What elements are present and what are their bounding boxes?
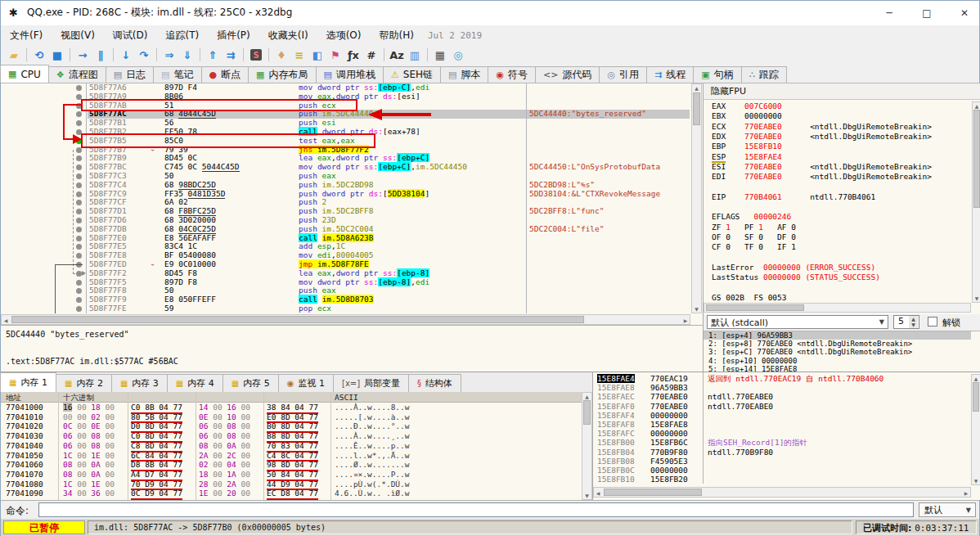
tab-内存 5[interactable]: ▦内存 5 bbox=[223, 374, 279, 392]
row-dot[interactable] bbox=[76, 200, 82, 205]
functions-icon[interactable]: ƒx bbox=[344, 47, 362, 63]
stack-row[interactable]: 15E8FAE4770EAC19返回到 ntdll.770EAC19 自 ntd… bbox=[593, 374, 969, 383]
argument-row[interactable]: 3: [esp+C] 770EABE0 <ntdll.DbgUiRemoteBr… bbox=[704, 348, 971, 356]
disasm-row[interactable]: 5D8F77DB68 04C0C25Dpush im.5DC2C0045DC2C… bbox=[1, 225, 690, 234]
stepper-arrows-icon[interactable]: ▲▼ bbox=[909, 316, 918, 328]
run-to-user-code-icon[interactable]: ⇒ bbox=[160, 47, 178, 63]
stack-row[interactable]: 15E8FAFC00000000 bbox=[593, 429, 969, 438]
register-row[interactable]: EAX 007C6000 bbox=[712, 101, 782, 111]
calling-convention-select[interactable]: 默认 (stdcall)▼ bbox=[707, 315, 888, 329]
argument-row[interactable]: 4: [esp+10] 00000000 bbox=[704, 357, 971, 365]
argument-count-stepper[interactable]: 5 ▲▼ bbox=[893, 315, 919, 329]
memory-row[interactable]: 770410501C 00 1E 006C 84 04 772A 00 2C 0… bbox=[1, 451, 582, 461]
tab-跟踪[interactable]: ∴跟踪 bbox=[741, 66, 787, 83]
menu-item[interactable]: 插件(P) bbox=[208, 25, 259, 45]
disasm-vscrollbar[interactable]: ▲▼ bbox=[691, 83, 702, 313]
registers-vscrollbar[interactable]: ▲▼ bbox=[972, 101, 980, 303]
row-dot[interactable] bbox=[76, 120, 82, 126]
register-row[interactable]: EDI 770EABE0 <ntdll.DbgUiRemoteBreakin> bbox=[712, 172, 932, 182]
stack-row[interactable]: 15E8FAF400000000 bbox=[593, 411, 969, 420]
restart-icon[interactable]: ⟲ bbox=[30, 47, 48, 63]
tab-句柄[interactable]: ▣句柄 bbox=[693, 66, 741, 83]
row-dot[interactable] bbox=[76, 288, 82, 294]
stack-row[interactable]: 15E8FB04770B9F80ntdll.770B9F80 bbox=[593, 448, 969, 457]
tab-引用[interactable]: ◎引用 bbox=[599, 66, 647, 83]
tab-内存 4[interactable]: ▦内存 4 bbox=[167, 374, 223, 392]
tab-源代码[interactable]: <>源代码 bbox=[535, 66, 600, 83]
step-out-icon[interactable]: ⇑ bbox=[204, 47, 222, 63]
stack-row[interactable]: 15E8FB0015E8FB6C指向SEH_Record[1]的指针 bbox=[593, 438, 969, 447]
register-row[interactable]: ECX 770EABE0 <ntdll.DbgUiRemoteBreakin> bbox=[712, 122, 932, 132]
row-dot[interactable] bbox=[76, 164, 82, 170]
memory-row[interactable]: 7704100016 00 18 00C0 8B 04 7714 00 16 0… bbox=[1, 403, 582, 412]
register-row[interactable]: EDX 770EABE0 <ntdll.DbgUiRemoteBreakin> bbox=[712, 132, 932, 142]
memory-row[interactable]: 7704104006 00 08 00C8 8D 04 7708 00 0A 0… bbox=[1, 441, 582, 451]
tab-监视 1[interactable]: ◉监视 1 bbox=[278, 374, 334, 392]
bookmarks-icon[interactable]: ⚑ bbox=[326, 47, 344, 63]
patches-icon[interactable]: ♦ bbox=[272, 47, 290, 63]
menu-item[interactable]: 帮助(H) bbox=[370, 25, 422, 45]
row-dot[interactable] bbox=[76, 236, 82, 241]
memory-row[interactable]: 7704106008 00 0A 00D8 8B 04 7702 00 04 0… bbox=[1, 460, 582, 470]
tab-CPU[interactable]: ▦CPU bbox=[0, 65, 49, 83]
menu-item[interactable]: 调试(D) bbox=[104, 25, 157, 45]
row-dot[interactable] bbox=[76, 191, 82, 197]
memory-row[interactable]: 7704103006 00 08 00C0 8D 04 7706 00 08 0… bbox=[1, 431, 582, 441]
stack-row[interactable]: 15E8FB08F45905E3 bbox=[593, 457, 969, 466]
register-row[interactable]: ZF 1 PF 1 AF 0 bbox=[712, 223, 796, 232]
memory-row[interactable]: 7704109034 00 36 000C D9 04 771E 00 20 0… bbox=[1, 489, 582, 498]
register-row[interactable]: ESI 770EABE0 <ntdll.DbgUiRemoteBreakin> bbox=[712, 162, 932, 172]
row-dot[interactable] bbox=[76, 306, 82, 312]
registers-hscrollbar[interactable] bbox=[704, 303, 971, 313]
stack-row[interactable]: 15E8FAF0770EABE0ntdll.770EABE0 bbox=[593, 402, 969, 411]
register-row[interactable]: GS 002B FS 0053 bbox=[712, 293, 787, 303]
stack-vscrollbar[interactable]: ▲▼ bbox=[971, 374, 980, 485]
menu-item[interactable]: 文件(F) bbox=[1, 25, 52, 45]
minimize-button[interactable]: ─ bbox=[881, 7, 897, 19]
register-row[interactable]: CF 0 TF 0 IF 1 bbox=[712, 242, 796, 252]
stack-row[interactable]: 15E8FAF815E8FAE8 bbox=[593, 420, 969, 429]
menu-item[interactable]: 收藏夹(I) bbox=[259, 25, 317, 45]
command-input[interactable] bbox=[38, 502, 914, 517]
unlock-checkbox[interactable] bbox=[928, 317, 937, 327]
row-dot[interactable] bbox=[76, 244, 82, 250]
row-dot[interactable] bbox=[76, 253, 82, 259]
menu-item[interactable]: 视图(V) bbox=[52, 25, 104, 45]
argument-row[interactable]: 2: [esp+8] 770EABE0 <ntdll.DbgUiRemoteBr… bbox=[704, 340, 971, 348]
row-dot[interactable] bbox=[76, 227, 82, 232]
row-dot[interactable] bbox=[76, 173, 82, 179]
register-row[interactable]: LastError 00000000 (ERROR_SUCCESS) bbox=[712, 263, 875, 273]
tab-内存 1[interactable]: ▦内存 1 bbox=[0, 372, 56, 392]
tab-内存 3[interactable]: ▦内存 3 bbox=[111, 374, 168, 392]
stack-row[interactable]: 15E8FAEC770EABE0ntdll.770EABE0 bbox=[593, 392, 969, 401]
row-dot[interactable] bbox=[76, 280, 82, 286]
run-to-user-icon[interactable]: ⇉ bbox=[222, 47, 240, 63]
tab-符号[interactable]: ◉符号 bbox=[488, 66, 536, 83]
menu-item[interactable]: 选项(O) bbox=[317, 25, 371, 45]
register-row[interactable]: EFLAGS 00000246 bbox=[712, 212, 791, 222]
open-file-icon[interactable]: ▰ bbox=[5, 47, 23, 63]
maximize-button[interactable]: □ bbox=[919, 7, 935, 19]
register-row[interactable]: EBX 00000000 bbox=[712, 111, 782, 121]
tab-内存 2[interactable]: ▦内存 2 bbox=[56, 374, 112, 392]
stack-row[interactable]: 15E8FB0C00000000 bbox=[593, 466, 969, 475]
disasm-row[interactable]: 5D8F77FE59pop ecx bbox=[1, 304, 690, 313]
calculator-icon[interactable]: ▦ bbox=[431, 47, 449, 63]
tab-线程[interactable]: ⇉线程 bbox=[646, 66, 694, 83]
register-row[interactable]: OF 0 SF 0 DF 0 bbox=[712, 232, 796, 242]
run-icon[interactable]: → bbox=[74, 47, 92, 63]
step-into-icon[interactable]: ↓ bbox=[117, 47, 135, 63]
row-dot[interactable] bbox=[76, 85, 82, 91]
tab-笔记[interactable]: ▤笔记 bbox=[153, 66, 201, 83]
memory-row[interactable]: 770410200C 00 0E 00D0 8D 04 7706 00 08 0… bbox=[1, 421, 582, 431]
comments-icon[interactable]: ≡ bbox=[290, 47, 308, 63]
tab-结构体[interactable]: §结构体 bbox=[408, 374, 461, 392]
stack-hscrollbar[interactable]: ◀ ▶ bbox=[593, 487, 971, 498]
system-breakpoint-icon[interactable]: S bbox=[247, 47, 265, 63]
labels-icon[interactable]: ◧ bbox=[308, 47, 326, 63]
argument-row[interactable]: 1: [esp+4] 96A59BB3 bbox=[704, 331, 971, 340]
register-row[interactable]: EBP 15E8FB10 bbox=[712, 142, 782, 151]
register-row[interactable]: ESP 15E8FAE4 bbox=[712, 152, 782, 162]
stack-row[interactable]: 15E8FB1015E8FB20 bbox=[593, 475, 969, 484]
tab-流程图[interactable]: ❖流程图 bbox=[48, 66, 106, 83]
